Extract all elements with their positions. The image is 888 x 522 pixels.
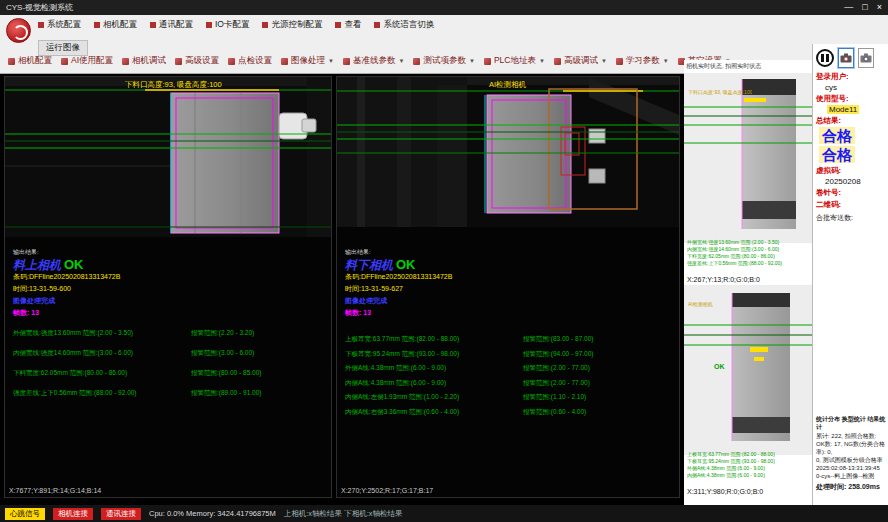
thumbnail-image-upper[interactable]	[684, 73, 812, 243]
camera-image-lower[interactable]	[337, 77, 679, 227]
total-result-1: 合格	[819, 127, 855, 144]
tool-learning-params[interactable]: 学习参数	[616, 55, 669, 67]
menu-language-switch[interactable]: 系统语言切换	[374, 19, 434, 31]
tool-icon	[554, 58, 561, 65]
menu-item-icon	[206, 22, 212, 28]
tool-advanced-settings[interactable]: 高级设置	[175, 55, 219, 67]
stats-line: 累计: 222, 拍照合格数:	[816, 432, 886, 440]
tool-ai-config[interactable]: AI使用配置	[61, 55, 113, 67]
app-logo-icon	[6, 18, 31, 43]
process-time: 处理时间: 258.09ms	[816, 483, 886, 491]
model-label: 使用型号:	[813, 92, 852, 104]
measure-row: 外侧宽线:强度13.60mm 范围:(2.00 - 3.50)报警范围:(2.2…	[13, 329, 327, 338]
tool-icon	[175, 58, 182, 65]
camera-image-upper[interactable]	[5, 77, 331, 237]
barcode-text: 条码:DFFline2025020813313472B	[13, 272, 120, 282]
menu-item-icon	[335, 22, 341, 28]
lower-overlay-label: AI检测相机	[489, 80, 526, 90]
tool-icon	[616, 58, 623, 65]
total-result-label: 总结果:	[813, 114, 888, 126]
camera-results-readout: 上相机:x轴检结果 下相机:x轴检结果	[284, 509, 403, 519]
thumbnail-panel: 相机实时状态, 拍照实时状态 下料口高度:93, 吸盘高度:100 外侧宽线:强…	[684, 60, 812, 505]
camera-name: 料上相机	[13, 258, 61, 272]
heartbeat-badge: 心跳信号	[5, 508, 45, 520]
tool-image-process[interactable]: 图像处理	[281, 55, 334, 67]
tool-baseline-params[interactable]: 基准线参数	[343, 55, 404, 67]
lower-result-block: 输出结果: 料下相机OK 条码:DFFline2025020813313472B…	[345, 247, 452, 318]
camera-snapshot-button-1[interactable]	[838, 48, 854, 68]
stats-line: 0, 测试图模板分级合格率	[816, 456, 886, 464]
tool-icon	[122, 58, 129, 65]
menu-item-icon	[38, 22, 44, 28]
thumb-status-ok: OK	[714, 363, 725, 370]
tool-spot-check[interactable]: 点检设置	[228, 55, 272, 67]
info-sidebar: 登录用户: cys 使用型号: Mode11 总结果: 合格 合格 虚拟码: 2…	[812, 44, 888, 505]
pause-button[interactable]	[816, 49, 834, 67]
chevron-down-icon	[539, 58, 545, 64]
tool-icon	[8, 58, 15, 65]
comm-link-badge: 通讯连接	[101, 508, 141, 520]
camera-icon	[860, 53, 872, 63]
total-result-2: 合格	[819, 146, 855, 163]
camera-name: 料下相机	[345, 258, 393, 272]
measure-row: 内侧A线:左侧1.93mm 范围:(1.00 - 2.20)报警范围:(1.10…	[345, 393, 675, 402]
login-user-label: 登录用户:	[813, 70, 888, 82]
measure-row: 下极耳宽:95.24mm 范围:(93.00 - 98.00)报警范围:(94.…	[345, 350, 675, 359]
stats-header: 统计分布 换型统计 结果统计	[816, 415, 886, 431]
title-bar: CYS-视觉检测系统 — □ ×	[0, 0, 888, 15]
menu-camera-config[interactable]: 相机配置	[94, 19, 137, 31]
upper-overlay-heights: 下料口高度:93, 吸盘高度:100	[125, 80, 222, 90]
pixel-coords-readout: X:7677;Y:891;R:14;G:14;B:14	[9, 487, 101, 494]
minimize-icon[interactable]: —	[844, 1, 853, 14]
pause-icon	[821, 54, 824, 62]
virtual-code-label: 虚拟码:	[813, 164, 888, 176]
close-icon[interactable]: ×	[877, 1, 882, 14]
upper-measures: 外侧宽线:强度13.60mm 范围:(2.00 - 3.50)报警范围:(2.2…	[13, 329, 327, 409]
maximize-icon[interactable]: □	[862, 1, 867, 14]
menu-view[interactable]: 查看	[335, 19, 361, 31]
window-title: CYS-视觉检测系统	[6, 2, 73, 13]
measure-row: 外侧A线:4.38mm 范围:(6.00 - 9.00)报警范围:(2.00 -…	[345, 364, 675, 373]
measure-row: 强度差线:上下0.56mm 范围:(88.00 - 92.00)报警范围:(89…	[13, 389, 327, 398]
menu-io-config[interactable]: IO卡配置	[206, 19, 249, 31]
measure-row: 内侧A线:4.38mm 范围:(6.00 - 9.00)报警范围:(2.00 -…	[345, 379, 675, 388]
menu-item-icon	[150, 22, 156, 28]
tool-camera-config[interactable]: 相机配置	[8, 55, 52, 67]
thumbnail-upper[interactable]: 下料口高度:93, 吸盘高度:100 外侧宽线:强度13.60mm 范围:(2.…	[684, 73, 812, 285]
tool-icon	[228, 58, 235, 65]
menu-system-config[interactable]: 系统配置	[38, 19, 81, 31]
menu-comm-config[interactable]: 通讯配置	[150, 19, 193, 31]
roll-number-label: 卷针号:	[813, 186, 888, 198]
thumb-coords-readout: X:311;Y:980;R:0;G:0;B:0	[687, 488, 763, 495]
tool-icon	[281, 58, 288, 65]
stats-line: 2025:02:08-13:31:39:45	[816, 464, 886, 472]
menu-bar: 系统配置 相机配置 通讯配置 IO卡配置 光源控制配置 查看 系统语言切换	[38, 19, 434, 31]
stats-line: 0-cys--料上图像--检测	[816, 472, 886, 480]
process-status: 图像处理完成	[13, 296, 120, 306]
chevron-down-icon	[398, 58, 404, 64]
measure-row: 内侧宽线:强度14.60mm 范围:(3.00 - 6.00)报警范围:(3.0…	[13, 349, 327, 358]
camera-link-badge: 相机连接	[53, 508, 93, 520]
tab-run-image[interactable]: 运行图像	[38, 40, 88, 56]
run-controls	[813, 44, 888, 70]
status-bar: 心跳信号 相机连接 通讯连接 Cpu: 0.0% Memory: 3424.41…	[0, 505, 888, 522]
tool-camera-debug[interactable]: 相机调试	[122, 55, 166, 67]
tool-icon	[343, 58, 350, 65]
thumbnail-lower[interactable]: AI检测相机 OK 上极耳宽:63.77mm 范围:(82.00 - 88.00…	[684, 285, 812, 497]
tool-advanced-debug[interactable]: 高级调试	[554, 55, 607, 67]
virtual-code-value: 20250208	[813, 176, 888, 186]
menu-item-icon	[94, 22, 100, 28]
tool-test-params[interactable]: 测试项参数	[413, 55, 474, 67]
menu-light-config[interactable]: 光源控制配置	[262, 19, 322, 31]
camera-view-upper[interactable]: 下料口高度:93, 吸盘高度:100 输出结果: 料上相机OK 条码:DFFli…	[4, 76, 332, 498]
output-label: 输出结果:	[345, 247, 452, 257]
camera-status: OK	[396, 257, 416, 272]
tool-plc-table[interactable]: PLC地址表	[484, 55, 545, 67]
thumb-measure-text: 外侧宽线:强度13.60mm 范围:(2.00 - 3.50) 内侧宽线:强度1…	[687, 239, 782, 267]
process-status: 图像处理完成	[345, 296, 452, 306]
camera-snapshot-button-2[interactable]	[858, 48, 874, 68]
thumbnail-image-lower[interactable]	[684, 285, 812, 455]
measure-row: 下料宽度:62.05mm 范围:(80.00 - 86.00)报警范围:(80.…	[13, 369, 327, 378]
camera-view-lower[interactable]: AI检测相机 输出结果: 料下相机OK 条码:DFFline2025020813…	[336, 76, 680, 498]
output-label: 输出结果:	[13, 247, 120, 257]
